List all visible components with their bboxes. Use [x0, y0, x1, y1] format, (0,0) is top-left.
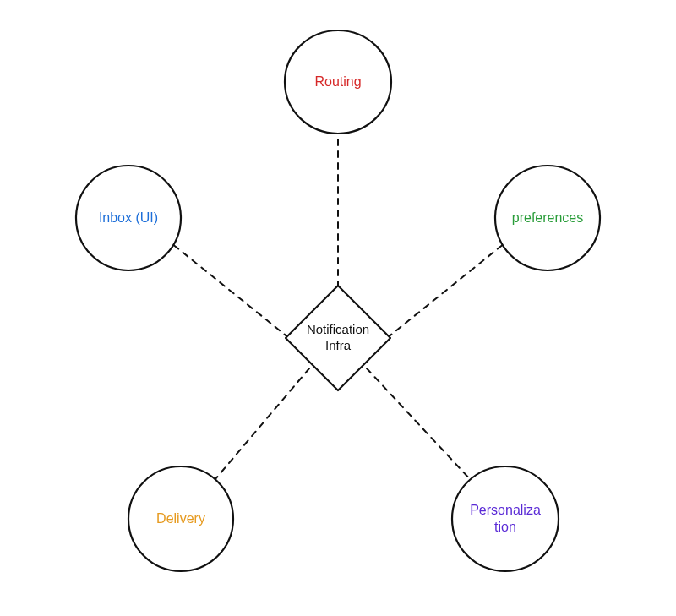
edge-personalization	[367, 368, 471, 480]
node-personalization-label: Personaliza tion	[470, 502, 541, 536]
node-inbox-label: Inbox (UI)	[99, 210, 158, 226]
node-delivery-label: Delivery	[156, 510, 205, 527]
center-label: Notification Infra	[307, 322, 369, 354]
edge-delivery	[215, 368, 309, 480]
edge-preferences	[387, 243, 504, 338]
node-preferences-label: preferences	[512, 210, 584, 226]
edge-inbox	[172, 243, 289, 338]
node-routing-label: Routing	[314, 74, 361, 90]
diagram-canvas: Notification Infra Routing preferences P…	[0, 0, 676, 616]
diagram-svg	[0, 0, 676, 616]
